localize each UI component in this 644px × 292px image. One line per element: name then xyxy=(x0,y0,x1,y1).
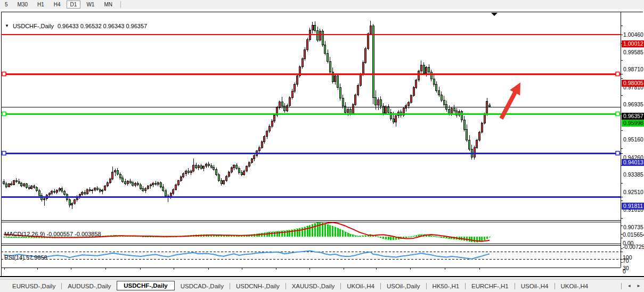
candle-body xyxy=(248,162,250,166)
candle-body xyxy=(297,76,298,85)
candle-body xyxy=(246,166,248,171)
timeframe-button-M30[interactable]: M30 xyxy=(14,1,31,9)
tab-usoil-h4[interactable]: USOil-,H4 xyxy=(515,282,555,290)
candle-body xyxy=(307,39,308,49)
candle-body xyxy=(21,183,22,186)
candle-body xyxy=(451,109,452,114)
macd-histogram-bar xyxy=(345,232,346,237)
candle-body xyxy=(362,62,364,74)
candle-body xyxy=(489,105,491,107)
chart-symbol-period: USDCHF-,Daily xyxy=(13,23,54,29)
candle-body xyxy=(71,203,73,205)
tab-eurchf-h1[interactable]: EURCHF-,H1 xyxy=(466,282,515,290)
candle-body xyxy=(339,88,341,98)
macd-histogram-bar xyxy=(335,227,336,237)
candle-body xyxy=(188,171,189,173)
timeframe-button-H1[interactable]: H1 xyxy=(34,1,48,9)
macd-histogram-bar xyxy=(264,233,265,237)
candle-body xyxy=(251,159,252,162)
candle-body xyxy=(337,76,339,88)
candle-body xyxy=(203,166,205,169)
timeframe-button-MN[interactable]: MN xyxy=(100,1,116,9)
candle-body xyxy=(147,186,149,189)
candle-body xyxy=(38,190,40,195)
tab-scroll-left-icon[interactable]: ◄ xyxy=(627,283,631,288)
tab-usdcad-daily[interactable]: USDCAD-,Daily xyxy=(175,282,230,290)
candle-body xyxy=(466,129,468,140)
candle-body xyxy=(216,169,217,174)
hline-handle-right-0.94013[interactable] xyxy=(616,152,619,155)
chart-window[interactable]: ▼ USDCHF-,Daily 0.96433 0.96532 0.96343 … xyxy=(0,9,644,278)
timeframe-button-D1[interactable]: D1 xyxy=(67,1,81,9)
candle-body xyxy=(15,180,17,181)
candle-body xyxy=(117,170,118,174)
candle-body xyxy=(183,173,184,177)
tab-eurusd-daily[interactable]: EURUSD-,Daily xyxy=(6,282,61,290)
macd-histogram-bar xyxy=(469,237,470,241)
candle-body xyxy=(438,90,440,95)
candle-body xyxy=(395,116,397,122)
candle-body xyxy=(370,26,371,34)
tab-ukoil-h4[interactable]: UKOil-,H4 xyxy=(555,282,594,290)
candle-body xyxy=(92,190,93,190)
candle-body xyxy=(228,172,230,176)
rsi-axis-label: 0 xyxy=(623,268,626,275)
candle-body xyxy=(155,183,157,184)
hline-handle-right-0.95998[interactable] xyxy=(616,112,619,116)
tab-xauusd-daily[interactable]: XAUUSD-,Daily xyxy=(286,282,341,290)
candle-body xyxy=(107,183,108,186)
candle-body xyxy=(355,95,356,104)
candle-body xyxy=(266,131,268,137)
candle-body xyxy=(304,49,306,59)
hline-handle-left-0.94013[interactable] xyxy=(2,152,6,155)
candle-body xyxy=(165,190,167,196)
macd-histogram-bar xyxy=(337,228,339,237)
candle-body xyxy=(13,180,15,185)
candle-body xyxy=(150,185,151,186)
timeframe-button-5[interactable]: 5 xyxy=(1,1,12,9)
macd-histogram-bar xyxy=(385,237,387,239)
macd-histogram-bar xyxy=(317,222,319,237)
candle-body xyxy=(51,191,53,193)
hline-handle-left-0.95998[interactable] xyxy=(2,112,6,116)
price-axis-label: 0.95160 xyxy=(623,136,643,143)
tab-hk50-h1[interactable]: HK50-,H1 xyxy=(427,282,466,290)
candle-body xyxy=(81,192,83,195)
candle-body xyxy=(190,171,192,173)
tab-usdcnh-daily[interactable]: USDCNH-,Daily xyxy=(230,282,286,290)
timeframe-button-H4[interactable]: H4 xyxy=(50,1,64,9)
price-axis-label: 0.98710 xyxy=(623,66,643,73)
candle-body xyxy=(152,183,154,185)
tab-ukoil-h4[interactable]: UKOil-,H4 xyxy=(341,282,380,290)
chart-tab-bar: EURUSD-,DailyAUDUSD-,DailyUSDCHF-,DailyU… xyxy=(0,279,644,292)
candle-body xyxy=(236,165,238,169)
candle-body xyxy=(289,97,290,105)
candle-body xyxy=(268,126,270,131)
chart-canvas[interactable] xyxy=(0,9,644,278)
candle-body xyxy=(360,74,361,85)
tab-usdchf-daily[interactable]: USDCHF-,Daily xyxy=(117,281,174,290)
tab-usoil-daily[interactable]: USOil-,Daily xyxy=(381,282,426,290)
candle-body xyxy=(294,85,296,91)
timeframe-button-W1[interactable]: W1 xyxy=(83,1,98,9)
candle-body xyxy=(54,191,55,192)
candle-body xyxy=(94,188,96,190)
candle-body xyxy=(193,165,194,171)
price-axis-label: 0.96935 xyxy=(623,101,643,108)
chart-dropdown-icon[interactable]: ▼ xyxy=(5,23,9,28)
tab-scroll-right-icon[interactable]: ► xyxy=(637,283,641,288)
macd-histogram-bar xyxy=(339,229,341,237)
candle-body xyxy=(433,79,435,85)
hline-handle-right-0.98005[interactable] xyxy=(616,72,619,76)
macd-histogram-bar xyxy=(352,235,354,237)
macd-histogram-bar xyxy=(481,237,483,241)
price-axis-label: 1.00460 xyxy=(623,31,643,38)
timeframe-toolbar: 5M30H1H4D1W1MN xyxy=(0,0,644,10)
macd-histogram-bar xyxy=(271,232,273,237)
candle-body xyxy=(173,189,174,193)
candle-body xyxy=(382,106,384,113)
macd-histogram-bar xyxy=(261,233,263,237)
tab-audusd-daily[interactable]: AUDUSD-,Daily xyxy=(62,282,117,290)
candle-body xyxy=(112,172,113,179)
hline-handle-left-0.98005[interactable] xyxy=(2,72,6,76)
